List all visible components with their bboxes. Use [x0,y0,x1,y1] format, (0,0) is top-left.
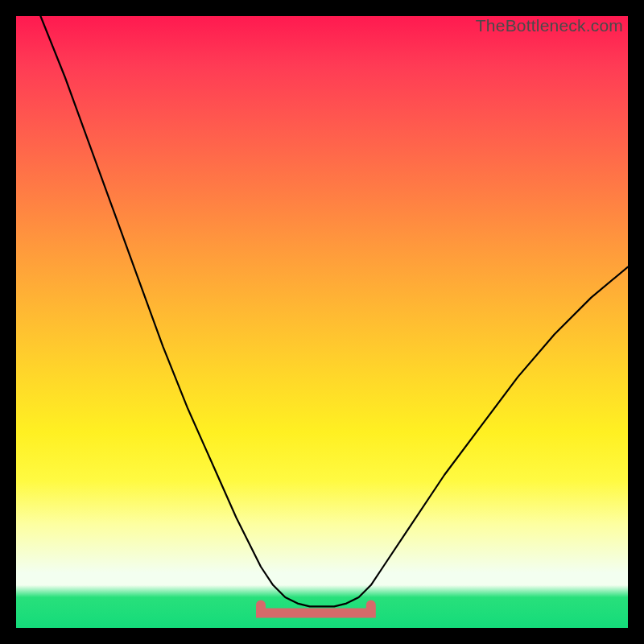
chart-overlay-svg [16,16,628,628]
watermark-text: TheBottleneck.com [476,16,623,35]
plot-area: TheBottleneck.com [16,16,628,628]
bottleneck-curve [40,16,628,606]
chart-stage: TheBottleneck.com [0,0,644,644]
